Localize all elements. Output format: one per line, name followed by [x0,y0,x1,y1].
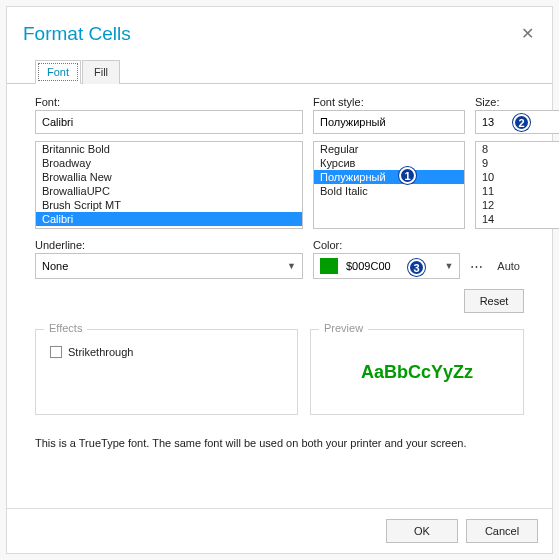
list-item[interactable]: 9 [476,156,559,170]
color-swatch [320,258,338,274]
reset-button[interactable]: Reset [464,289,524,313]
font-input[interactable] [35,110,303,134]
more-colors-button[interactable]: ⋯ [466,255,487,278]
list-item[interactable]: Курсив [314,156,464,170]
titlebar: Format Cells ✕ [7,7,552,51]
size-label: Size: [475,96,559,108]
list-item[interactable]: 10 [476,170,559,184]
list-item[interactable]: Broadway [36,156,302,170]
preview-group: Preview AaBbCcYyZz [310,329,524,415]
font-note: This is a TrueType font. The same font w… [35,437,524,449]
color-combo[interactable]: $009C00 ▼ [313,253,460,279]
effects-group: Effects Strikethrough [35,329,298,415]
effects-legend: Effects [44,322,87,334]
ok-button[interactable]: OK [386,519,458,543]
checkbox-box [50,346,62,358]
preview-sample: AaBbCcYyZz [361,362,473,383]
list-item[interactable]: 14 [476,212,559,226]
tab-fill[interactable]: Fill [82,60,120,84]
size-input[interactable] [475,110,559,134]
auto-label[interactable]: Auto [493,260,524,272]
chevron-down-icon: ▼ [285,261,298,271]
list-item[interactable]: Regular [314,142,464,156]
font-style-label: Font style: [313,96,465,108]
dialog-title: Format Cells [23,23,517,45]
underline-label: Underline: [35,239,303,251]
list-item[interactable]: 12 [476,198,559,212]
font-listbox[interactable]: Britannic Bold Broadway Browallia New Br… [35,141,303,229]
list-item[interactable]: 8 [476,142,559,156]
list-item[interactable]: Brush Script MT [36,198,302,212]
close-icon[interactable]: ✕ [517,24,538,44]
color-label: Color: [313,239,524,251]
list-item[interactable]: BrowalliaUPC [36,184,302,198]
underline-combo[interactable]: None ▼ [35,253,303,279]
strikethrough-label: Strikethrough [68,346,133,358]
preview-legend: Preview [319,322,368,334]
list-item[interactable]: Calibri [36,212,302,226]
size-listbox[interactable]: 8 9 10 11 12 14 [475,141,559,229]
dialog-footer: OK Cancel [7,508,552,553]
font-style-input[interactable] [313,110,465,134]
underline-value: None [42,260,285,272]
list-item[interactable]: 11 [476,184,559,198]
list-item[interactable]: Britannic Bold [36,142,302,156]
list-item[interactable]: Bold Italic [314,184,464,198]
color-value: $009C00 [346,260,442,272]
list-item[interactable]: Полужирный [314,170,464,184]
cancel-button[interactable]: Cancel [466,519,538,543]
tab-bar: Font Fill [7,51,552,84]
font-style-listbox[interactable]: Regular Курсив Полужирный Bold Italic [313,141,465,229]
list-item[interactable]: Browallia New [36,170,302,184]
font-label: Font: [35,96,303,108]
strikethrough-checkbox[interactable]: Strikethrough [50,346,283,358]
tab-font[interactable]: Font [35,60,81,84]
format-cells-dialog: Format Cells ✕ Font Fill Font: Britannic… [6,6,553,554]
chevron-down-icon: ▼ [442,261,455,271]
